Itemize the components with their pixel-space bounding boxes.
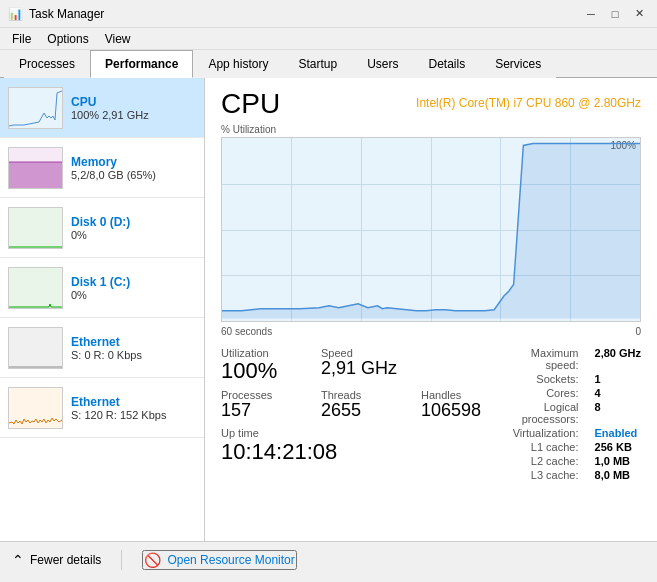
ethernet1-sidebar-info: Ethernet S: 120 R: 152 Kbps bbox=[71, 395, 196, 421]
stats-container: Utilization 100% Speed 2,91 GHz Processe… bbox=[221, 347, 641, 481]
menu-file[interactable]: File bbox=[4, 30, 39, 48]
disk1-mini-graph bbox=[8, 267, 63, 309]
logical-processors-value: 8 bbox=[595, 401, 641, 425]
ethernet1-sidebar-name: Ethernet bbox=[71, 395, 196, 409]
l2-cache-value: 1,0 MB bbox=[595, 455, 641, 467]
tab-app-history[interactable]: App history bbox=[193, 50, 283, 78]
detail-header: CPU Intel(R) Core(TM) i7 CPU 860 @ 2.80G… bbox=[221, 88, 641, 120]
sidebar-item-disk0[interactable]: Disk 0 (D:) 0% bbox=[0, 198, 204, 258]
sockets-value: 1 bbox=[595, 373, 641, 385]
cpu-mini-graph bbox=[8, 87, 63, 129]
graph-x-right: 0 bbox=[635, 326, 641, 337]
fewer-details-label: Fewer details bbox=[30, 553, 101, 567]
l3-cache-label: L3 cache: bbox=[501, 469, 579, 481]
cpu-title: CPU bbox=[221, 88, 280, 120]
title-bar: 📊 Task Manager ─ □ ✕ bbox=[0, 0, 657, 28]
cores-label: Cores: bbox=[501, 387, 579, 399]
processes-threads-handles-row: Processes 157 Threads 2655 Handles 10659… bbox=[221, 389, 501, 421]
detail-panel: CPU Intel(R) Core(TM) i7 CPU 860 @ 2.80G… bbox=[205, 78, 657, 541]
sidebar: CPU 100% 2,91 GHz Memory 5,2/8,0 GB (65%… bbox=[0, 78, 205, 541]
utilization-block: Utilization 100% bbox=[221, 347, 301, 383]
tab-services[interactable]: Services bbox=[480, 50, 556, 78]
speed-value: 2,91 GHz bbox=[321, 359, 401, 379]
cpu-sidebar-value: 100% 2,91 GHz bbox=[71, 109, 196, 121]
resource-monitor-icon: 🚫 bbox=[144, 552, 161, 568]
minimize-button[interactable]: ─ bbox=[581, 6, 601, 22]
uptime-section: Up time 10:14:21:08 bbox=[221, 427, 501, 465]
left-stats: Utilization 100% Speed 2,91 GHz Processe… bbox=[221, 347, 501, 481]
memory-mini-graph bbox=[8, 147, 63, 189]
memory-sidebar-name: Memory bbox=[71, 155, 196, 169]
ethernet0-sidebar-name: Ethernet bbox=[71, 335, 196, 349]
uptime-label: Up time bbox=[221, 427, 501, 439]
right-stats: Maximum speed: 2,80 GHz Sockets: 1 Cores… bbox=[501, 347, 641, 481]
fewer-details-button[interactable]: ⌃ Fewer details bbox=[12, 552, 101, 568]
disk0-sidebar-value: 0% bbox=[71, 229, 196, 241]
tab-performance[interactable]: Performance bbox=[90, 50, 193, 78]
footer: ⌃ Fewer details 🚫 Open Resource Monitor bbox=[0, 541, 657, 577]
processes-value: 157 bbox=[221, 401, 301, 421]
ethernet1-mini-graph bbox=[8, 387, 63, 429]
cpu-graph: 100% bbox=[221, 137, 641, 322]
threads-value: 2655 bbox=[321, 401, 401, 421]
sidebar-item-ethernet1[interactable]: Ethernet S: 120 R: 152 Kbps bbox=[0, 378, 204, 438]
ethernet0-sidebar-info: Ethernet S: 0 R: 0 Kbps bbox=[71, 335, 196, 361]
tab-processes[interactable]: Processes bbox=[4, 50, 90, 78]
ethernet1-sidebar-value: S: 120 R: 152 Kbps bbox=[71, 409, 196, 421]
max-speed-label: Maximum speed: bbox=[501, 347, 579, 371]
disk1-sidebar-name: Disk 1 (C:) bbox=[71, 275, 196, 289]
disk0-mini-graph bbox=[8, 207, 63, 249]
tab-startup[interactable]: Startup bbox=[283, 50, 352, 78]
speed-block: Speed 2,91 GHz bbox=[321, 347, 401, 383]
cpu-subtitle: Intel(R) Core(TM) i7 CPU 860 @ 2.80GHz bbox=[416, 96, 641, 110]
main-content: CPU 100% 2,91 GHz Memory 5,2/8,0 GB (65%… bbox=[0, 78, 657, 541]
l3-cache-value: 8,0 MB bbox=[595, 469, 641, 481]
disk1-sidebar-value: 0% bbox=[71, 289, 196, 301]
menu-bar: File Options View bbox=[0, 28, 657, 50]
sidebar-item-memory[interactable]: Memory 5,2/8,0 GB (65%) bbox=[0, 138, 204, 198]
handles-value: 106598 bbox=[421, 401, 501, 421]
window-title: Task Manager bbox=[29, 7, 104, 21]
chevron-up-icon: ⌃ bbox=[12, 552, 24, 568]
disk1-sidebar-info: Disk 1 (C:) 0% bbox=[71, 275, 196, 301]
tab-bar: Processes Performance App history Startu… bbox=[0, 50, 657, 78]
svg-marker-1 bbox=[222, 143, 640, 318]
l1-cache-label: L1 cache: bbox=[501, 441, 579, 453]
sockets-label: Sockets: bbox=[501, 373, 579, 385]
disk0-sidebar-name: Disk 0 (D:) bbox=[71, 215, 196, 229]
l2-cache-label: L2 cache: bbox=[501, 455, 579, 467]
max-speed-value: 2,80 GHz bbox=[595, 347, 641, 371]
utilization-value: 100% bbox=[221, 359, 301, 383]
footer-divider bbox=[121, 550, 122, 570]
virtualization-label: Virtualization: bbox=[501, 427, 579, 439]
disk0-sidebar-info: Disk 0 (D:) 0% bbox=[71, 215, 196, 241]
ethernet0-mini-graph bbox=[8, 327, 63, 369]
cpu-sidebar-name: CPU bbox=[71, 95, 196, 109]
sidebar-item-cpu[interactable]: CPU 100% 2,91 GHz bbox=[0, 78, 204, 138]
menu-view[interactable]: View bbox=[97, 30, 139, 48]
threads-block: Threads 2655 bbox=[321, 389, 401, 421]
processes-block: Processes 157 bbox=[221, 389, 301, 421]
svg-rect-0 bbox=[9, 162, 62, 188]
virtualization-value: Enabled bbox=[595, 427, 641, 439]
uptime-value: 10:14:21:08 bbox=[221, 439, 501, 465]
app-icon: 📊 bbox=[8, 7, 23, 21]
tab-details[interactable]: Details bbox=[413, 50, 480, 78]
l1-cache-value: 256 KB bbox=[595, 441, 641, 453]
handles-block: Handles 106598 bbox=[421, 389, 501, 421]
cpu-sidebar-info: CPU 100% 2,91 GHz bbox=[71, 95, 196, 121]
menu-options[interactable]: Options bbox=[39, 30, 96, 48]
cores-value: 4 bbox=[595, 387, 641, 399]
open-resource-monitor-label: Open Resource Monitor bbox=[167, 553, 294, 567]
logical-processors-label: Logical processors: bbox=[501, 401, 579, 425]
tab-users[interactable]: Users bbox=[352, 50, 413, 78]
graph-x-labels: 60 seconds 0 bbox=[221, 326, 641, 337]
maximize-button[interactable]: □ bbox=[605, 6, 625, 22]
sidebar-item-ethernet0[interactable]: Ethernet S: 0 R: 0 Kbps bbox=[0, 318, 204, 378]
ethernet0-sidebar-value: S: 0 R: 0 Kbps bbox=[71, 349, 196, 361]
open-resource-monitor-button[interactable]: 🚫 Open Resource Monitor bbox=[142, 550, 296, 570]
close-button[interactable]: ✕ bbox=[629, 6, 649, 22]
sidebar-item-disk1[interactable]: Disk 1 (C:) 0% bbox=[0, 258, 204, 318]
utilization-speed-row: Utilization 100% Speed 2,91 GHz bbox=[221, 347, 501, 383]
memory-sidebar-value: 5,2/8,0 GB (65%) bbox=[71, 169, 196, 181]
